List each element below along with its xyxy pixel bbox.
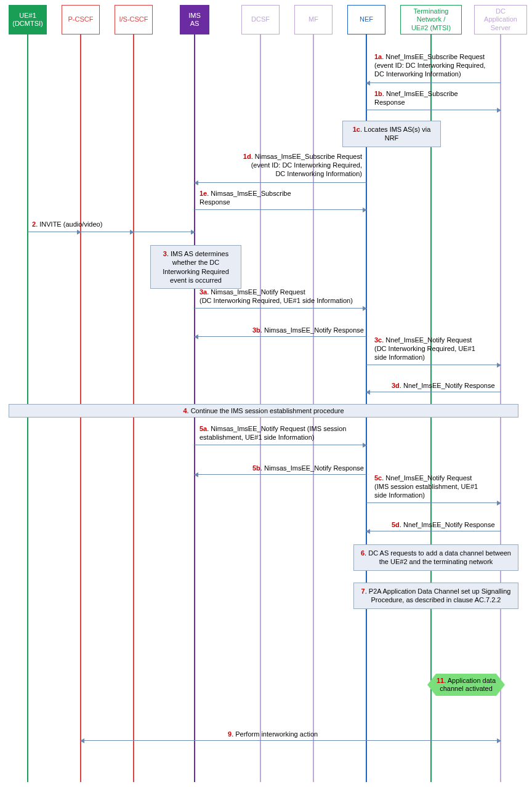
actor-imsas: IMS AS	[180, 5, 209, 34]
actor-ue1: UE#1 (DCMTSI)	[9, 5, 47, 34]
actor-pcscf: P-CSCF	[62, 5, 100, 34]
note-3: 3. IMS AS determines whether the DC Inte…	[150, 245, 241, 289]
msg-1d-arrow	[195, 182, 366, 183]
msg-5a-label: 5a. Nimsas_ImsEE_Notify Request (IMS ses…	[200, 425, 346, 442]
actor-mf: MF	[294, 5, 332, 34]
msg-5a-arrow	[195, 445, 366, 445]
msg-3b-label: 3b. Nimsas_ImsEE_Notify Response	[252, 326, 364, 335]
msg-1b-label: 1b. Nnef_ImsEE_Subscribe Response	[374, 90, 458, 107]
msg-1d-label: 1d. Nimsas_ImsEE_Subscribe Request (even…	[228, 153, 362, 178]
msg-1e-label: 1e. Nimsas_ImsEE_Subscribe Response	[200, 190, 291, 207]
msg-3b-arrow	[195, 336, 366, 337]
msg-5b-arrow	[195, 474, 366, 475]
msg-3a-arrow	[195, 308, 366, 309]
msg-9-label: 9. Perform interworking action	[228, 730, 318, 739]
msg-9-arrow	[81, 740, 501, 741]
msg-5d-label: 5d. Nnef_ImsEE_Notify Response	[392, 521, 495, 530]
msg-3d-arrow	[366, 392, 501, 392]
actor-term: Terminating Network / UE#2 (MTSI)	[400, 5, 462, 34]
actor-nef: NEF	[347, 5, 385, 34]
msg-3c-label: 3c. Nnef_ImsEE_Notify Request (DC Interw…	[374, 336, 475, 361]
msg-5d-arrow	[366, 531, 501, 531]
actor-scscf: I/S-CSCF	[115, 5, 153, 34]
note-6: 6. DC AS requests to add a data channel …	[353, 544, 518, 571]
msg-1b-arrow	[366, 110, 501, 110]
span-4: 4. Continue the IMS session establishmen…	[9, 404, 518, 418]
msg-2-arrow-c	[134, 232, 195, 232]
note-1c: 1c. Locates IMS AS(s) via NRF	[342, 121, 441, 147]
note-7: 7. P2A Application Data Channel set up S…	[353, 583, 518, 609]
msg-1a-arrow	[366, 83, 501, 83]
msg-1e-arrow	[195, 209, 366, 210]
actor-dcsf: DCSF	[241, 5, 280, 34]
msg-3a-label: 3a. Nimsas_ImsEE_Notify Request (DC Inte…	[200, 288, 353, 305]
msg-2-arrow-b	[81, 232, 134, 232]
msg-5c-arrow	[366, 502, 501, 503]
msg-2-arrow-a	[28, 232, 81, 232]
msg-5c-label: 5c. Nnef_ImsEE_Notify Request (IMS sessi…	[374, 474, 478, 499]
msg-1a-label: 1a. Nnef_ImsEE_Subscribe Request (event …	[374, 53, 485, 78]
msg-5b-label: 5b. Nimsas_ImsEE_Notify Response	[252, 464, 364, 473]
msg-2-label: 2. INVITE (audio/video)	[32, 220, 102, 229]
actor-dcas: DC Application Server	[474, 5, 527, 34]
msg-3d-label: 3d. Nnef_ImsEE_Notify Response	[392, 382, 495, 390]
activation-11: 11. Application data channel activated	[436, 674, 496, 696]
msg-3c-arrow	[366, 365, 501, 365]
